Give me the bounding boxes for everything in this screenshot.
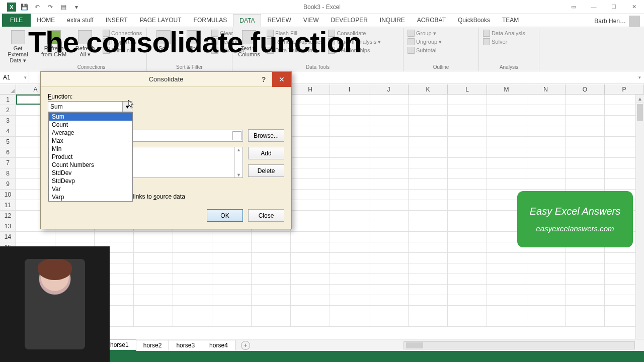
delete-button[interactable]: Delete <box>248 164 284 177</box>
file-tab[interactable]: FILE <box>2 14 31 27</box>
cell[interactable] <box>369 190 409 200</box>
cell[interactable] <box>16 232 55 242</box>
cell[interactable] <box>526 158 566 168</box>
cell[interactable] <box>409 200 448 210</box>
cell[interactable] <box>448 274 487 284</box>
cell[interactable] <box>409 95 448 105</box>
cell[interactable] <box>526 179 566 189</box>
cell[interactable] <box>330 158 369 168</box>
cell[interactable] <box>526 253 566 263</box>
cell[interactable] <box>526 105 566 115</box>
cell[interactable] <box>330 137 369 147</box>
cell[interactable] <box>173 316 212 326</box>
cell[interactable] <box>448 221 487 231</box>
cell[interactable] <box>409 190 448 200</box>
cell[interactable] <box>291 95 330 105</box>
row-header[interactable]: 1 <box>0 95 16 105</box>
cell[interactable] <box>369 306 409 316</box>
cell[interactable] <box>448 168 487 178</box>
cell[interactable] <box>330 116 369 126</box>
cell[interactable] <box>487 137 526 147</box>
cell[interactable] <box>526 95 566 105</box>
cell[interactable] <box>448 232 487 242</box>
cell[interactable] <box>526 147 566 157</box>
cell[interactable] <box>409 295 448 305</box>
cell[interactable] <box>487 147 526 157</box>
cell[interactable] <box>566 116 605 126</box>
cell[interactable] <box>448 211 487 221</box>
cell[interactable] <box>409 158 448 168</box>
cell[interactable] <box>566 316 605 326</box>
cell[interactable] <box>409 116 448 126</box>
cell[interactable] <box>448 116 487 126</box>
vertical-scrollbar[interactable]: ▲ <box>635 95 644 339</box>
cell[interactable] <box>487 253 526 263</box>
row-header[interactable]: 13 <box>0 221 16 231</box>
cell[interactable] <box>487 263 526 274</box>
cell[interactable] <box>566 306 605 316</box>
cell[interactable] <box>369 232 409 242</box>
cell[interactable] <box>330 200 369 210</box>
cell[interactable] <box>448 158 487 168</box>
cell[interactable] <box>252 253 291 263</box>
row-header[interactable]: 4 <box>0 126 16 136</box>
cell[interactable] <box>566 295 605 305</box>
cell[interactable] <box>252 295 291 305</box>
function-option-min[interactable]: Min <box>49 145 132 153</box>
cell[interactable] <box>526 295 566 305</box>
cell[interactable] <box>173 242 212 252</box>
cell[interactable] <box>252 285 291 295</box>
cell[interactable] <box>291 306 330 316</box>
tab-team[interactable]: TEAM <box>496 14 525 27</box>
cell[interactable] <box>369 95 409 105</box>
cell[interactable] <box>448 137 487 147</box>
function-option-count-numbers[interactable]: Count Numbers <box>49 161 132 169</box>
cell[interactable] <box>369 158 409 168</box>
ungroup-button[interactable]: Ungroup ▾ <box>407 38 443 46</box>
cell[interactable] <box>526 137 566 147</box>
sheet-tab-horse4[interactable]: horse4 <box>202 340 235 350</box>
new-sheet-button[interactable]: + <box>241 341 250 350</box>
tab-quickbooks[interactable]: QuickBooks <box>452 14 496 27</box>
row-header[interactable]: 14 <box>0 232 16 242</box>
function-option-count[interactable]: Count <box>49 121 132 129</box>
cell[interactable] <box>95 232 134 242</box>
cell[interactable] <box>134 274 173 284</box>
ribbon-options-icon[interactable]: ▭ <box>564 0 584 14</box>
cell[interactable] <box>212 232 252 242</box>
cell[interactable] <box>369 274 409 284</box>
cell[interactable] <box>487 116 526 126</box>
column-header[interactable]: L <box>448 84 487 94</box>
minimize-icon[interactable]: — <box>584 0 604 14</box>
cell[interactable] <box>448 190 487 200</box>
add-button[interactable]: Add <box>248 147 284 159</box>
cell[interactable] <box>409 232 448 242</box>
maximize-icon[interactable]: ☐ <box>604 0 624 14</box>
cell[interactable] <box>291 221 330 231</box>
cell[interactable] <box>291 253 330 263</box>
cell[interactable] <box>487 285 526 295</box>
cell[interactable] <box>409 179 448 189</box>
row-header[interactable]: 10 <box>0 190 16 200</box>
cell[interactable] <box>369 116 409 126</box>
cell[interactable] <box>409 242 448 252</box>
cell[interactable] <box>330 285 369 295</box>
cell[interactable] <box>566 274 605 284</box>
dialog-close-icon[interactable]: ✕ <box>272 72 291 87</box>
cell[interactable] <box>487 306 526 316</box>
function-option-sum[interactable]: Sum <box>49 113 132 121</box>
avatar[interactable] <box>629 16 640 27</box>
cell[interactable] <box>330 295 369 305</box>
cell[interactable] <box>173 263 212 274</box>
column-header[interactable]: O <box>566 84 605 94</box>
cell[interactable] <box>369 242 409 252</box>
cell[interactable] <box>448 263 487 274</box>
cell[interactable] <box>369 137 409 147</box>
cell[interactable] <box>526 285 566 295</box>
row-header[interactable]: 7 <box>0 158 16 168</box>
cell[interactable] <box>448 179 487 189</box>
cell[interactable] <box>448 242 487 252</box>
cell[interactable] <box>409 306 448 316</box>
cell[interactable] <box>291 126 330 136</box>
function-option-varp[interactable]: Varp <box>49 193 132 201</box>
